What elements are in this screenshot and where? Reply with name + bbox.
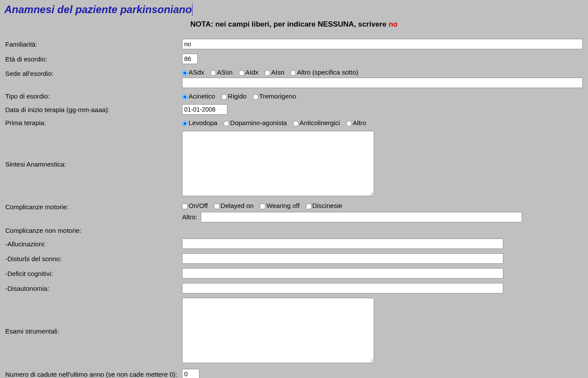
note-text: NOTA: nei campi liberi, per indicare NES… bbox=[4, 20, 584, 29]
radio-sede-assn[interactable] bbox=[210, 70, 216, 76]
input-familiarita[interactable] bbox=[182, 39, 583, 49]
radio-sede-aidx[interactable] bbox=[239, 70, 244, 76]
radio-label-aisn: AIsn bbox=[271, 68, 284, 76]
radio-terapia-dopamino[interactable] bbox=[224, 121, 229, 126]
input-deficit-cognitivi[interactable] bbox=[182, 268, 503, 279]
radio-label-assn: ASsn bbox=[217, 68, 233, 76]
radio-label-rigido: Rigido bbox=[228, 92, 247, 100]
textarea-esami[interactable] bbox=[182, 298, 374, 363]
check-label-delayed: Delayed on bbox=[220, 202, 254, 209]
radio-label-acinetico: Acinetico bbox=[189, 92, 215, 100]
radio-label-levodopa: Levodopa bbox=[189, 119, 217, 126]
label-disturbi-sonno: -Disturbi del sonno: bbox=[4, 251, 181, 266]
label-esami: Esami strumentali: bbox=[4, 296, 181, 367]
radio-label-terapia-altro: Altro bbox=[353, 119, 366, 126]
check-onoff[interactable] bbox=[182, 204, 188, 209]
label-allucinazioni: -Allucinazioni: bbox=[4, 236, 181, 251]
check-label-onoff: On/Off bbox=[189, 202, 208, 209]
check-group-compl-motorie: On/Off Delayed on Wearing off Discinesie bbox=[182, 202, 583, 209]
label-tipo-esordio: Tipo di esordio: bbox=[4, 90, 181, 102]
radio-group-terapia: Levodopa Dopamino-agonista Anticolinergi… bbox=[182, 119, 583, 126]
radio-sede-aisn[interactable] bbox=[265, 70, 270, 76]
radio-terapia-altro[interactable] bbox=[346, 121, 352, 126]
label-prima-terapia: Prima terapia: bbox=[4, 117, 181, 129]
note-prefix: NOTA: nei campi liberi, per indicare NES… bbox=[190, 20, 389, 28]
label-sede-esordio: Sede all'esordio: bbox=[4, 66, 181, 90]
label-compl-motorie: Complicanze motorie: bbox=[4, 200, 181, 225]
label-compl-non-motorie: Complicanze non motorie: bbox=[4, 225, 181, 236]
input-eta-esordio[interactable] bbox=[182, 54, 198, 64]
check-delayed[interactable] bbox=[214, 204, 220, 209]
input-disturbi-sonno[interactable] bbox=[182, 253, 503, 264]
radio-sede-asdx[interactable] bbox=[182, 70, 188, 76]
input-cadute[interactable] bbox=[182, 369, 199, 378]
page-title: Anamnesi del paziente parkinsoniano bbox=[4, 3, 193, 16]
input-sede-altro[interactable] bbox=[182, 78, 583, 88]
radio-label-sede-altro: Altro (specifica sotto) bbox=[297, 68, 358, 76]
form-table: Familiarità: Età di esordio: Sede all'es… bbox=[4, 37, 584, 378]
radio-label-aidx: AIdx bbox=[245, 68, 258, 76]
radio-terapia-anticolinergici[interactable] bbox=[293, 121, 299, 126]
radio-label-dopamino: Dopamino-agonista bbox=[230, 119, 287, 126]
radio-terapia-levodopa[interactable] bbox=[182, 121, 188, 126]
radio-label-asdx: ASdx bbox=[189, 68, 204, 76]
label-sintesi: Sintesi Anamnestica: bbox=[4, 129, 181, 200]
input-allucinazioni[interactable] bbox=[182, 238, 503, 249]
label-familiarita: Familiarità: bbox=[4, 37, 181, 51]
label-eta-esordio: Età di esordio: bbox=[4, 51, 181, 66]
radio-label-anticolinergici: Anticolinergici bbox=[299, 119, 340, 126]
radio-group-tipo: Acinetico Rigido Tremorigeno bbox=[182, 92, 583, 100]
radio-tipo-acinetico[interactable] bbox=[182, 94, 188, 100]
label-cadute: Numero di cadute nell'ultimo anno (se no… bbox=[4, 367, 181, 378]
label-disautonomia: -Disautonomia: bbox=[4, 281, 181, 296]
check-label-wearing: Wearing off bbox=[266, 202, 299, 209]
radio-group-sede: ASdx ASsn AIdx AIsn Altro (specifica sot… bbox=[182, 68, 583, 76]
radio-tipo-tremorigeno[interactable] bbox=[253, 94, 258, 100]
label-compl-motorie-altro: Altro: bbox=[182, 213, 197, 221]
input-data-inizio[interactable] bbox=[182, 104, 227, 115]
radio-label-tremorigeno: Tremorigeno bbox=[259, 92, 296, 100]
check-label-discinesie: Discinesie bbox=[313, 202, 342, 209]
check-discinesie[interactable] bbox=[306, 204, 312, 209]
radio-tipo-rigido[interactable] bbox=[221, 94, 227, 100]
label-data-inizio: Data di inizio terapia (gg-mm-aaaa): bbox=[4, 102, 181, 117]
check-wearing[interactable] bbox=[260, 204, 265, 209]
note-no: no bbox=[389, 20, 398, 28]
textarea-sintesi[interactable] bbox=[182, 131, 374, 196]
radio-sede-altro[interactable] bbox=[290, 70, 296, 76]
label-deficit-cognitivi: -Deficit cognitivi: bbox=[4, 266, 181, 281]
input-compl-motorie-altro[interactable] bbox=[201, 212, 522, 222]
input-disautonomia[interactable] bbox=[182, 283, 503, 293]
